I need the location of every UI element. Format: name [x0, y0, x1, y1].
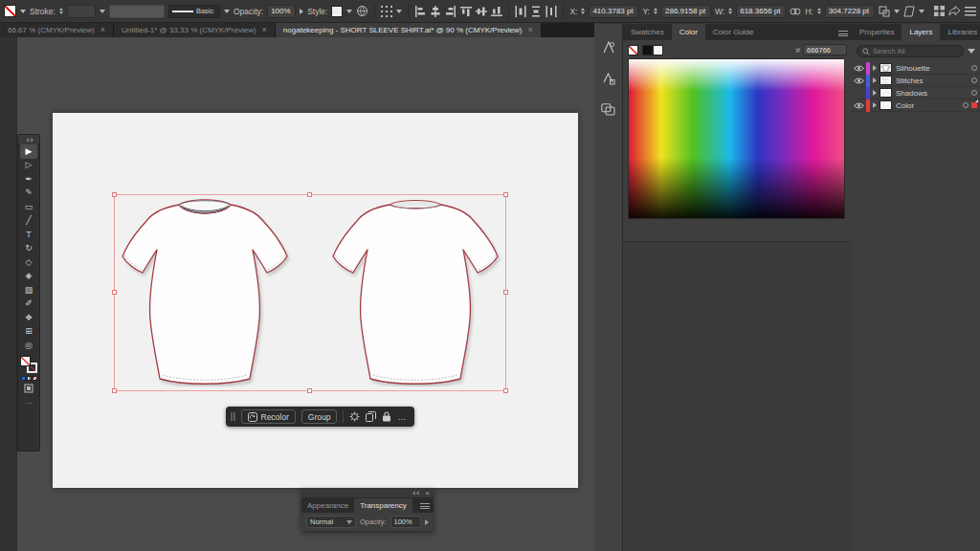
align-right-icon[interactable] — [445, 4, 457, 19]
h-stepper[interactable] — [817, 8, 821, 14]
tool-shape-builder[interactable]: ◈ — [20, 270, 37, 284]
style-swatch[interactable] — [331, 6, 343, 17]
tab-swatches[interactable]: Swatches — [623, 24, 672, 40]
tab-properties[interactable]: Properties — [852, 24, 902, 40]
none-swatch[interactable] — [628, 45, 638, 55]
target-circle-icon[interactable] — [963, 102, 969, 108]
drag-handle[interactable] — [231, 412, 235, 421]
chevron-down-icon[interactable] — [100, 10, 105, 13]
tab-layers[interactable]: Layers — [902, 24, 940, 40]
pathfinder-panel-icon[interactable] — [601, 102, 615, 120]
generative-icon[interactable] — [349, 411, 360, 422]
chevron-down-icon[interactable] — [919, 10, 924, 13]
gradient-button[interactable] — [27, 376, 32, 381]
x-field[interactable]: 410.3783 pt — [589, 5, 638, 18]
layer-row-silhouette[interactable]: Silhouette — [852, 62, 980, 75]
chevron-right-icon[interactable] — [300, 9, 303, 14]
blend-mode-dropdown[interactable]: Normal — [306, 516, 356, 528]
close-icon[interactable]: × — [527, 26, 532, 34]
tool-line-segment[interactable]: ╱ — [20, 214, 37, 229]
tab-transparency[interactable]: Transparency — [354, 498, 412, 513]
tool-direct-selection[interactable]: ▷ — [20, 159, 37, 173]
layer-row-stitches[interactable]: Stitches — [852, 75, 980, 87]
graphic-styles-panel-icon[interactable] — [602, 41, 615, 58]
toolbar-collapse-icon[interactable] — [18, 135, 39, 144]
selection-handle-se[interactable] — [503, 388, 508, 393]
layer-name[interactable]: Color — [896, 101, 960, 110]
color-button[interactable] — [21, 376, 26, 381]
transform-icon[interactable] — [879, 4, 890, 19]
expand-layer-icon[interactable] — [873, 102, 877, 108]
collapse-panel-icon[interactable] — [413, 492, 420, 495]
workspace-menu-icon[interactable] — [965, 4, 976, 19]
tool-rectangle[interactable]: ▭ — [20, 200, 37, 214]
target-circle-icon[interactable] — [971, 77, 977, 83]
shear-icon[interactable] — [903, 4, 915, 19]
layer-row-color[interactable]: Color — [852, 99, 980, 112]
tool-rotate[interactable]: ↻ — [20, 242, 37, 256]
close-icon[interactable]: × — [262, 26, 267, 34]
eye-icon[interactable] — [854, 77, 864, 84]
h-field[interactable]: 304.7228 pt — [825, 5, 875, 18]
panel-grip-row[interactable]: × — [301, 489, 434, 497]
chevron-down-icon[interactable] — [396, 10, 402, 13]
tool-scale[interactable]: ◇ — [20, 255, 37, 270]
share-icon[interactable] — [948, 4, 961, 19]
align-bottom-icon[interactable] — [491, 4, 502, 19]
expand-layer-icon[interactable] — [873, 77, 877, 83]
opacity-field[interactable]: 100% — [390, 516, 421, 528]
more-options-icon[interactable]: … — [397, 412, 407, 422]
fill-swatch[interactable] — [20, 356, 31, 366]
eye-icon[interactable] — [854, 102, 864, 109]
chevron-down-icon[interactable] — [20, 10, 26, 13]
tool-type[interactable]: T — [20, 228, 37, 242]
close-icon[interactable]: × — [425, 490, 430, 497]
w-stepper[interactable] — [728, 8, 732, 14]
grid-snapping-icon[interactable] — [381, 4, 392, 19]
document-setup-icon[interactable] — [356, 4, 368, 19]
black-swatch[interactable] — [642, 45, 653, 55]
tool-pencil[interactable]: ✎ — [20, 187, 37, 201]
align-center-horizontal-icon[interactable] — [430, 4, 441, 19]
tool-gradient[interactable]: ▨ — [20, 283, 37, 298]
target-circle-icon[interactable] — [971, 90, 977, 96]
distribute-center-icon[interactable] — [530, 4, 542, 19]
stroke-weight-stepper[interactable] — [59, 8, 63, 14]
tab-color[interactable]: Color — [672, 24, 705, 40]
symbols-panel-icon[interactable] — [602, 72, 615, 89]
layer-thumbnail[interactable] — [880, 100, 892, 110]
search-input[interactable] — [873, 47, 940, 55]
selection-handle-nw[interactable] — [112, 192, 117, 197]
tab-appearance[interactable]: Appearance — [301, 498, 354, 513]
tool-artboard[interactable]: ⊞ — [20, 325, 37, 340]
selection-handle-e[interactable] — [503, 290, 508, 295]
brush-definition-dropdown[interactable]: Basic — [168, 5, 220, 18]
layer-name[interactable]: Silhouette — [896, 64, 969, 73]
y-stepper[interactable] — [654, 8, 657, 14]
layer-name[interactable]: Shadows — [896, 89, 969, 98]
selection-handle-sw[interactable] — [112, 388, 117, 393]
layer-name[interactable]: Stitches — [896, 77, 969, 85]
white-swatch[interactable] — [653, 45, 663, 55]
align-middle-vertical-icon[interactable] — [476, 4, 487, 19]
edit-toolbar-icon[interactable]: … — [25, 397, 33, 406]
fill-stroke-indicator[interactable] — [20, 356, 37, 373]
selection-handle-ne[interactable] — [503, 192, 508, 197]
hex-value-field[interactable]: 666766 — [803, 44, 847, 55]
none-button[interactable] — [33, 376, 37, 381]
panel-menu-icon[interactable] — [838, 31, 848, 36]
layer-row-shadows[interactable]: Shadows — [852, 87, 980, 99]
layers-search-field[interactable] — [857, 45, 964, 57]
chevron-down-icon[interactable] — [894, 10, 900, 13]
lock-icon[interactable] — [382, 411, 391, 422]
distribute-horizontal-icon[interactable] — [515, 4, 526, 19]
selection-handle-n[interactable] — [307, 192, 312, 197]
document-tab-2[interactable]: Untitled-1* @ 33.33 % (CMYK/Preview) × — [114, 23, 276, 37]
tool-eyedropper[interactable]: ✐ — [20, 298, 37, 312]
expand-layer-icon[interactable] — [873, 90, 877, 96]
fill-stroke-swatch-icon[interactable] — [4, 5, 16, 17]
expand-layer-icon[interactable] — [873, 65, 877, 71]
tab-libraries[interactable]: Libraries — [940, 24, 980, 40]
stroke-weight-field[interactable] — [67, 5, 96, 18]
target-circle-icon[interactable] — [971, 65, 977, 71]
